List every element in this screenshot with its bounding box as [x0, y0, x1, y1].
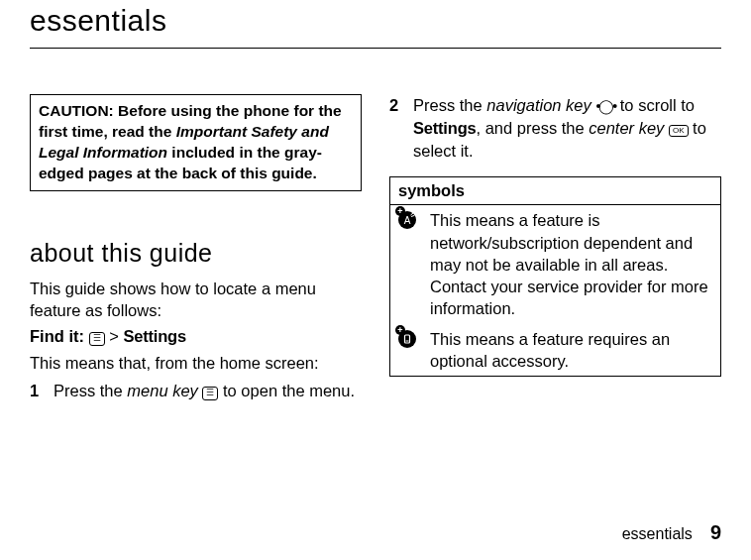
find-it-label: Find it: — [30, 327, 84, 345]
caution-box: CAUTION: Before using the phone for the … — [30, 94, 362, 191]
page-title: essentials — [30, 0, 721, 49]
find-it-target: Settings — [123, 327, 186, 345]
left-column: CAUTION: Before using the phone for the … — [30, 94, 362, 409]
step-2-mid1: to scroll to — [615, 96, 695, 114]
svg-line-1 — [411, 213, 414, 215]
find-it-line: Find it: ☰ > Settings — [30, 327, 362, 346]
step-number: 2 — [389, 94, 401, 163]
symbols-row-text: This means a feature requires an optiona… — [430, 328, 712, 373]
step-2: 2 Press the navigation key •◯• to scroll… — [389, 94, 721, 163]
symbols-row-text: This means a feature is network/subscrip… — [430, 209, 712, 319]
means-text: This means that, from the home screen: — [30, 352, 362, 374]
footer: essentials 9 — [622, 521, 721, 544]
step-1-key: menu key — [127, 382, 198, 399]
svg-text:A: A — [404, 215, 411, 226]
step-2-mid2: , and press the — [477, 119, 590, 137]
about-intro: This guide shows how to locate a menu fe… — [30, 278, 362, 322]
navigation-key-icon: •◯• — [595, 97, 615, 117]
step-1-post: to open the menu. — [218, 382, 355, 399]
svg-rect-3 — [405, 335, 410, 343]
footer-section-label: essentials — [622, 525, 693, 543]
right-column: 2 Press the navigation key •◯• to scroll… — [389, 94, 721, 409]
menu-key-icon: ☰ — [202, 387, 218, 400]
symbols-table: symbols A This means a feature is networ… — [389, 176, 721, 377]
step-text: Press the menu key ☰ to open the menu. — [54, 380, 362, 402]
step-2-target: Settings — [413, 119, 477, 137]
network-dependent-icon: A — [398, 209, 420, 319]
step-number: 1 — [30, 380, 42, 402]
step-1: 1 Press the menu key ☰ to open the menu. — [30, 380, 362, 402]
content-columns: CAUTION: Before using the phone for the … — [30, 94, 721, 409]
step-2-center-key: center key — [589, 119, 664, 137]
page-number: 9 — [710, 521, 721, 544]
menu-key-icon: ☰ — [89, 332, 105, 346]
ok-key-icon: OK — [669, 125, 689, 137]
symbols-row: A This means a feature is network/subscr… — [390, 205, 720, 323]
step-2-pre: Press the — [413, 96, 486, 114]
find-it-sep: > — [109, 327, 123, 345]
accessory-required-icon — [398, 328, 420, 373]
step-text: Press the navigation key •◯• to scroll t… — [413, 94, 721, 163]
step-1-pre: Press the — [54, 382, 127, 399]
symbols-header: symbols — [390, 177, 720, 205]
svg-line-2 — [411, 216, 414, 217]
symbols-row: This means a feature requires an optiona… — [390, 324, 720, 377]
step-2-nav-key: navigation key — [486, 96, 591, 114]
about-heading: about this guide — [30, 239, 362, 268]
